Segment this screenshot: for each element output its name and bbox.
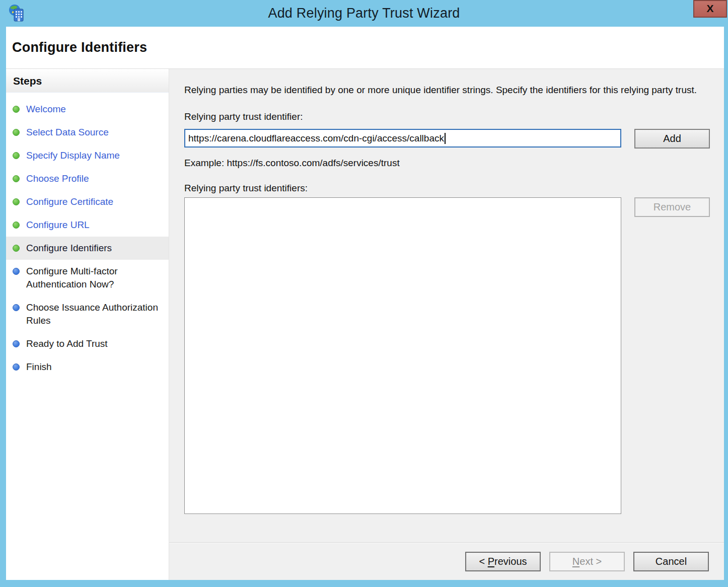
step-label: Configure Multi-factor Authentication No… <box>26 266 118 289</box>
step-label: Welcome <box>26 104 66 114</box>
identifier-input-value: https://carena.cloudflareaccess.com/cdn-… <box>188 133 444 144</box>
step-label: Specify Display Name <box>26 150 120 161</box>
previous-label-accel: P <box>488 556 494 567</box>
wizard-content: Relying parties may be identified by one… <box>169 69 724 580</box>
previous-label-pre: < <box>479 556 487 567</box>
step-label: Ready to Add Trust <box>26 338 108 349</box>
sidebar-step-configure-identifiers[interactable]: Configure Identifiers <box>6 237 169 260</box>
step-label: Choose Issuance Authorization Rules <box>26 302 158 326</box>
step-bullet-icon <box>13 129 20 136</box>
sidebar-step-finish: Finish <box>6 355 169 379</box>
text-caret <box>445 133 446 144</box>
step-label: Configure Certificate <box>26 196 113 207</box>
step-bullet-icon <box>13 175 20 182</box>
step-bullet-icon <box>13 363 20 371</box>
example-text: Example: https://fs.contoso.com/adfs/ser… <box>184 158 710 169</box>
sidebar-step-configure-certificate[interactable]: Configure Certificate <box>6 190 169 213</box>
next-label-rest: ext > <box>579 556 602 567</box>
steps-list: WelcomeSelect Data SourceSpecify Display… <box>6 93 169 379</box>
sidebar-step-specify-display-name[interactable]: Specify Display Name <box>6 144 169 167</box>
step-bullet-icon <box>13 152 20 159</box>
cancel-button[interactable]: Cancel <box>633 552 709 571</box>
step-bullet-icon <box>13 198 20 205</box>
identifier-label: Relying party trust identifier: <box>184 111 710 122</box>
adfs-app-icon <box>8 4 25 22</box>
steps-sidebar: Steps WelcomeSelect Data SourceSpecify D… <box>6 69 169 580</box>
sidebar-step-configure-url[interactable]: Configure URL <box>6 213 169 237</box>
page-header: Configure Identifiers <box>6 27 724 69</box>
sidebar-step-welcome[interactable]: Welcome <box>6 98 169 121</box>
add-button-label: Add <box>663 133 681 144</box>
remove-button-label: Remove <box>653 201 691 212</box>
step-bullet-icon <box>13 106 20 113</box>
close-button[interactable]: X <box>693 0 727 18</box>
step-bullet-icon <box>13 245 20 252</box>
previous-button[interactable]: < Previous <box>465 552 541 571</box>
wizard-footer: < Previous Next > Cancel <box>169 542 724 580</box>
identifier-input[interactable]: https://carena.cloudflareaccess.com/cdn-… <box>184 129 621 148</box>
step-label: Configure URL <box>26 219 90 230</box>
step-bullet-icon <box>13 304 20 311</box>
steps-header: Steps <box>6 69 169 93</box>
add-button[interactable]: Add <box>634 129 710 149</box>
step-bullet-icon <box>13 340 20 347</box>
step-label: Select Data Source <box>26 127 109 137</box>
sidebar-step-ready-to-add-trust: Ready to Add Trust <box>6 332 169 355</box>
next-label-accel: N <box>572 556 579 567</box>
step-label: Finish <box>26 361 52 372</box>
wizard-window: Configure Identifiers Steps WelcomeSelec… <box>6 27 724 580</box>
intro-text: Relying parties may be identified by one… <box>184 83 704 97</box>
identifiers-list-label: Relying party trust identifiers: <box>184 183 710 194</box>
close-icon: X <box>706 3 713 14</box>
sidebar-step-choose-issuance-authorization-rules: Choose Issuance Authorization Rules <box>6 296 169 332</box>
sidebar-step-configure-multi-factor-authentication-now: Configure Multi-factor Authentication No… <box>6 260 169 296</box>
remove-button: Remove <box>634 197 710 217</box>
sidebar-step-select-data-source[interactable]: Select Data Source <box>6 121 169 144</box>
page-title: Configure Identifiers <box>12 40 147 55</box>
step-bullet-icon <box>13 268 20 275</box>
window-title: Add Relying Party Trust Wizard <box>268 6 460 21</box>
sidebar-step-choose-profile[interactable]: Choose Profile <box>6 167 169 190</box>
cancel-button-label: Cancel <box>656 556 687 567</box>
step-label: Configure Identifiers <box>26 243 112 253</box>
previous-label-rest: revious <box>494 556 527 567</box>
title-bar: Add Relying Party Trust Wizard X <box>0 0 728 27</box>
step-label: Choose Profile <box>26 173 89 184</box>
identifiers-listbox[interactable] <box>184 197 621 514</box>
next-button: Next > <box>549 552 625 571</box>
step-bullet-icon <box>13 222 20 229</box>
